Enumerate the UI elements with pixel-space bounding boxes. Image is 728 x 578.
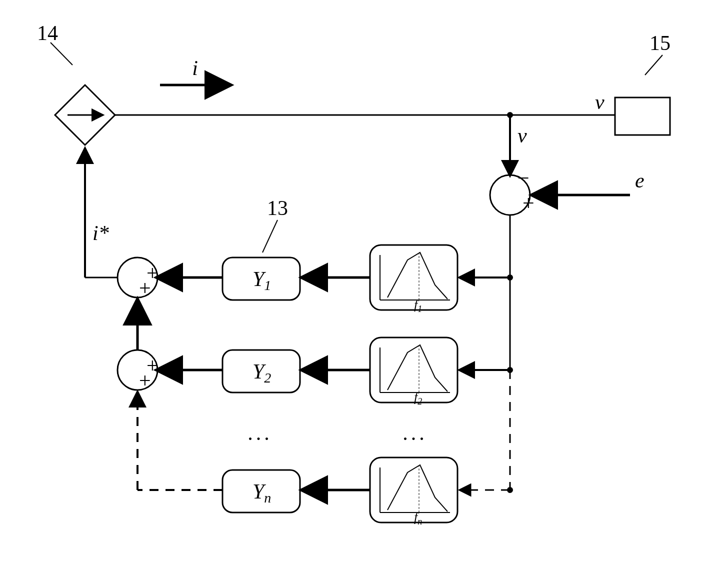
sum-1: + + xyxy=(118,258,158,300)
ref14-label: 14 xyxy=(37,22,58,44)
sum2-plus-bot: + xyxy=(139,369,151,392)
v-right-label: v xyxy=(595,90,604,114)
sum-2: + + xyxy=(118,350,158,392)
svg-text:Yn: Yn xyxy=(252,480,271,506)
filter-fn: fn xyxy=(370,458,458,526)
fn-sub: n xyxy=(418,516,422,526)
branch-1: f1 Y1 13 xyxy=(158,196,513,314)
svg-text:Y1: Y1 xyxy=(252,268,271,293)
filter-f2: f2 xyxy=(370,338,458,406)
ref13-label: 13 xyxy=(267,196,288,220)
svg-rect-2 xyxy=(615,98,670,135)
f2-sub: 2 xyxy=(418,396,422,406)
y2-sub: 2 xyxy=(264,370,271,386)
sum-error: − + xyxy=(490,166,534,215)
wire-istar: i* xyxy=(85,149,118,278)
current-source-14: 14 xyxy=(37,22,115,145)
ellipsis-filters: ... xyxy=(402,422,428,444)
minus-label: − xyxy=(518,166,530,190)
wire-yn-to-sum2 xyxy=(138,392,222,490)
gain-y2: Y2 xyxy=(222,350,300,392)
load-block-15: 15 xyxy=(615,32,670,135)
svg-text:Y2: Y2 xyxy=(252,360,271,386)
f1-sub: 1 xyxy=(418,304,422,314)
ellipsis-gains: ... xyxy=(248,422,272,444)
v-tap-label: v xyxy=(518,124,527,147)
sum1-plus-bot: + xyxy=(139,276,151,300)
istar-label: i* xyxy=(92,222,109,244)
svg-line-14 xyxy=(262,220,278,252)
diagram: 14 15 i v v − + e f xyxy=(0,0,728,578)
yn-sub: n xyxy=(264,490,271,506)
y1-sub: 1 xyxy=(264,278,271,293)
branch-n: fn Yn xyxy=(222,458,513,526)
branch-2: f2 Y2 xyxy=(158,338,513,406)
svg-line-1 xyxy=(50,42,72,65)
filter-f1: f1 xyxy=(370,245,458,314)
ref15-label: 15 xyxy=(650,32,670,54)
gain-y1: Y1 13 xyxy=(222,196,300,300)
svg-line-3 xyxy=(645,55,662,75)
gain-yn: Yn xyxy=(222,470,300,512)
i-signal: i xyxy=(160,56,230,85)
e-label: e xyxy=(635,169,644,192)
i-label: i xyxy=(192,56,198,80)
